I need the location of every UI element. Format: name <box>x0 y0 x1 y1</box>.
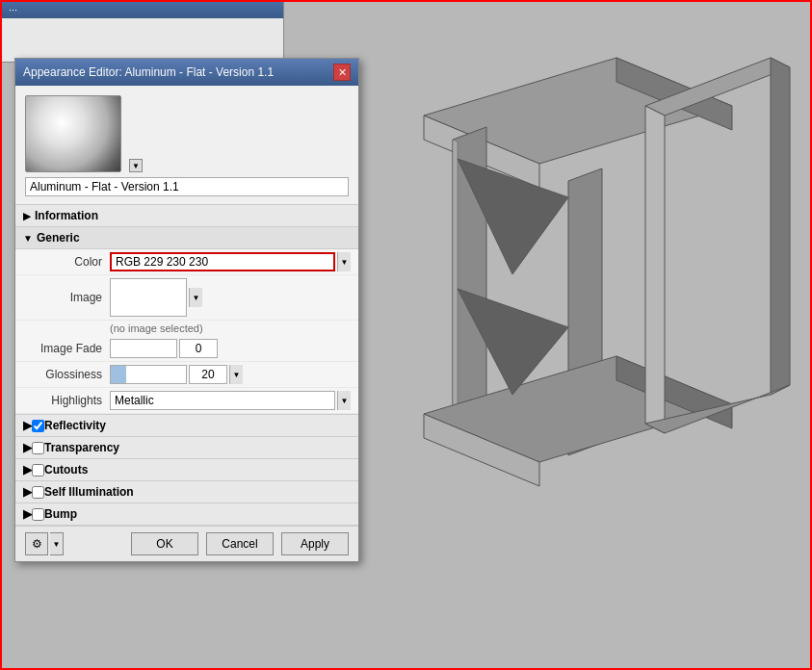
background-window-title-text: ··· <box>9 4 17 15</box>
highlights-dropdown[interactable]: Metallic <box>110 391 335 410</box>
cad-3d-shape <box>347 0 809 626</box>
svg-marker-4 <box>453 140 458 419</box>
image-property-row: Image ▼ <box>15 275 358 321</box>
appearance-editor-dialog: Appearance Editor: Aluminum - Flat - Ver… <box>14 58 359 562</box>
generic-label: Generic <box>37 231 80 245</box>
close-button[interactable]: ✕ <box>333 64 351 81</box>
image-fade-label: Image Fade <box>23 342 110 355</box>
bump-section-header[interactable]: ▶ Bump <box>15 503 358 526</box>
reflectivity-arrow-icon: ▶ <box>23 419 32 432</box>
dialog-footer: ⚙ ▼ OK Cancel Apply <box>15 526 358 561</box>
svg-marker-12 <box>771 58 790 395</box>
transparency-label: Transparency <box>44 441 119 454</box>
reflectivity-checkbox[interactable] <box>32 420 44 432</box>
apply-button[interactable]: Apply <box>281 532 349 555</box>
preview-area: ▼ <box>15 86 358 177</box>
information-arrow-icon: ▶ <box>23 211 31 221</box>
transparency-arrow-icon: ▶ <box>23 441 32 454</box>
properties-panel[interactable]: ▶ Information ▼ Generic Color RGB 229 23… <box>15 204 358 526</box>
bump-label: Bump <box>44 507 77 521</box>
dialog-titlebar[interactable]: Appearance Editor: Aluminum - Flat - Ver… <box>15 59 358 86</box>
image-fade-property-row: Image Fade <box>15 336 358 362</box>
information-section-header[interactable]: ▶ Information <box>15 205 358 227</box>
image-label: Image <box>23 291 110 304</box>
background-window-titlebar: ··· <box>1 1 283 18</box>
glossiness-value-area: ▼ <box>110 365 351 384</box>
bump-arrow-icon: ▶ <box>23 507 32 521</box>
self-illumination-arrow-icon: ▶ <box>23 485 32 499</box>
image-fade-input[interactable] <box>110 339 177 358</box>
glossiness-label: Glossiness <box>23 368 110 381</box>
cutouts-section-header[interactable]: ▶ Cutouts <box>15 459 358 481</box>
footer-left-controls: ⚙ ▼ <box>25 532 64 555</box>
color-dropdown-arrow[interactable]: ▼ <box>337 252 351 271</box>
self-illumination-checkbox[interactable] <box>32 486 44 499</box>
transparency-checkbox[interactable] <box>32 442 44 454</box>
image-value-area: ▼ <box>110 278 351 317</box>
color-value-area: RGB 229 230 230 ▼ <box>110 252 351 271</box>
dialog-content: ▼ ▶ Information ▼ Generic Color <box>15 86 358 561</box>
glossiness-fill <box>111 366 126 383</box>
highlights-label: Highlights <box>23 394 110 407</box>
glossiness-number[interactable] <box>189 365 227 384</box>
image-fade-value-area <box>110 339 351 358</box>
generic-section-header[interactable]: ▼ Generic <box>15 227 358 249</box>
cutouts-label: Cutouts <box>44 463 88 477</box>
cutouts-arrow-icon: ▶ <box>23 463 32 477</box>
reflectivity-section-header[interactable]: ▶ Reflectivity <box>15 415 358 437</box>
gear-dropdown-arrow[interactable]: ▼ <box>50 532 64 555</box>
cutouts-checkbox[interactable] <box>32 464 44 477</box>
reflectivity-label: Reflectivity <box>44 419 106 432</box>
material-name-input[interactable] <box>25 177 349 196</box>
ok-button[interactable]: OK <box>131 532 198 555</box>
image-fade-number[interactable] <box>179 339 218 358</box>
background-window: ··· <box>0 0 284 63</box>
preview-dropdown-button[interactable]: ▼ <box>129 159 143 172</box>
information-label: Information <box>35 209 98 222</box>
highlights-property-row: Highlights Metallic ▼ <box>15 388 358 414</box>
dialog-title: Appearance Editor: Aluminum - Flat - Ver… <box>23 65 274 79</box>
image-preview[interactable] <box>110 278 187 317</box>
no-image-text: (no image selected) <box>15 321 358 336</box>
glossiness-property-row: Glossiness ▼ <box>15 362 358 388</box>
generic-section-body: Color RGB 229 230 230 ▼ Image ▼ <box>15 249 358 415</box>
highlights-dropdown-arrow[interactable]: ▼ <box>337 391 351 410</box>
color-label: Color <box>23 255 110 269</box>
self-illumination-section-header[interactable]: ▶ Self Illumination <box>15 481 358 503</box>
transparency-section-header[interactable]: ▶ Transparency <box>15 437 358 459</box>
glossiness-dropdown-arrow[interactable]: ▼ <box>229 365 243 384</box>
highlights-value-area: Metallic ▼ <box>110 391 351 410</box>
material-preview-sphere <box>25 95 121 172</box>
generic-arrow-icon: ▼ <box>23 233 33 244</box>
bump-checkbox[interactable] <box>32 508 44 521</box>
gear-button[interactable]: ⚙ <box>25 532 48 555</box>
preview-controls: ▼ <box>129 95 143 172</box>
color-value-text: RGB 229 230 230 <box>116 255 208 269</box>
color-property-row: Color RGB 229 230 230 ▼ <box>15 249 358 275</box>
name-field-row <box>15 177 358 204</box>
glossiness-slider[interactable] <box>110 365 187 384</box>
color-input[interactable]: RGB 229 230 230 <box>110 252 335 271</box>
svg-marker-13 <box>645 106 665 433</box>
cancel-button[interactable]: Cancel <box>206 532 274 555</box>
highlights-value-text: Metallic <box>115 394 154 407</box>
self-illumination-label: Self Illumination <box>44 485 134 499</box>
image-dropdown-arrow[interactable]: ▼ <box>189 288 202 307</box>
